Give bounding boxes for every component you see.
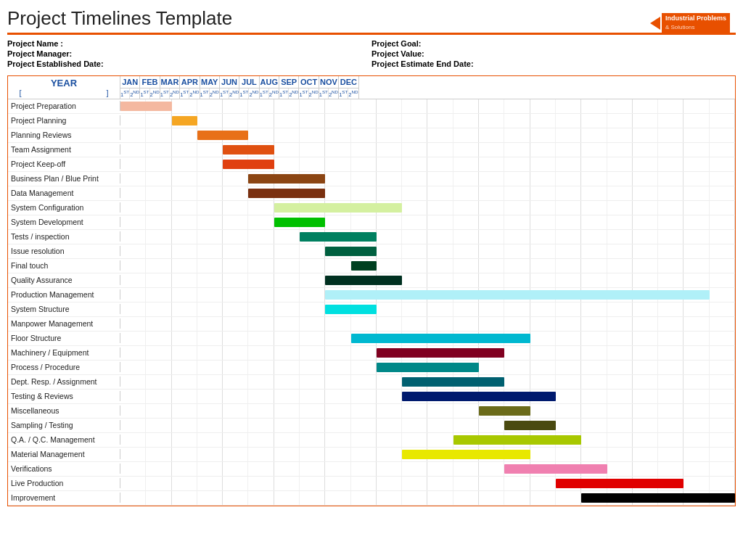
gantt-bar-4 — [223, 160, 274, 169]
month-header-jul: JUL — [239, 76, 259, 88]
table-row: Issue resolution — [8, 244, 735, 259]
year-bracket-left: [ — [19, 88, 21, 97]
month-header-row: JANFEBMARAPRMAYJUNJULAUGSEPOCTNOVDEC — [120, 76, 359, 88]
task-track-15 — [120, 317, 735, 331]
task-track-6 — [120, 186, 735, 200]
grid-lines — [120, 99, 735, 113]
gantt-bar-8 — [274, 218, 326, 227]
half-header-9-0: 1ST — [299, 88, 308, 99]
task-label-17: Machinery / Equipment — [8, 347, 120, 358]
table-row: Dept. Resp. / Assignment — [8, 375, 735, 390]
gantt-bar-17 — [377, 348, 504, 358]
half-header-8-0: 1ST — [279, 88, 289, 99]
table-row: Process / Procedure — [8, 361, 735, 375]
task-track-24 — [120, 448, 735, 461]
half-header-8-1: 2ND — [289, 88, 299, 99]
month-header-jan: JAN — [120, 76, 140, 88]
project-goal-label: Project Goal: — [372, 39, 421, 48]
halves-header-row: 1ST2ND1ST2ND1ST2ND1ST2ND1ST2ND1ST2ND1ST2… — [120, 88, 359, 99]
project-end-date-item: Project Estimate End Date: — [372, 59, 736, 68]
task-track-11 — [120, 259, 735, 273]
task-label-1: Project Planning — [8, 115, 120, 125]
gantt-bar-20 — [402, 392, 556, 401]
half-header-2-1: 2ND — [170, 88, 180, 99]
gantt-bar-10 — [325, 247, 377, 256]
task-track-23 — [120, 433, 735, 447]
table-row: Final touch — [8, 259, 735, 273]
project-manager-item: Project Manager: — [7, 49, 372, 58]
month-header-apr: APR — [180, 76, 200, 88]
grid-lines — [120, 230, 735, 244]
task-label-5: Business Plan / Blue Print — [8, 173, 120, 184]
gantt-full-header: YEAR[]JANFEBMARAPRMAYJUNJULAUGSEPOCTNOVD… — [8, 76, 735, 99]
table-row: Machinery / Equipment — [8, 346, 735, 361]
task-track-19 — [120, 375, 735, 389]
month-header-oct: OCT — [299, 76, 319, 88]
gantt-bar-2 — [197, 131, 249, 140]
page-title: Project Timelines Template — [7, 7, 736, 30]
gantt-bar-5 — [248, 174, 325, 184]
grid-lines — [120, 317, 735, 331]
task-track-2 — [120, 128, 735, 142]
month-header-jun: JUN — [220, 76, 239, 88]
gantt-bar-7 — [274, 203, 402, 213]
half-header-4-1: 2ND — [210, 88, 220, 99]
month-header-dec: DEC — [339, 76, 358, 88]
gantt-bar-21 — [479, 406, 530, 416]
half-header-10-1: 2ND — [329, 88, 339, 99]
grid-lines — [120, 404, 735, 418]
task-label-16: Floor Structure — [8, 333, 120, 343]
half-header-2-0: 1ST — [160, 88, 170, 99]
table-row: Miscellaneous — [8, 404, 735, 419]
task-label-19: Dept. Resp. / Assignment — [8, 376, 120, 387]
table-row: Sampling / Testing — [8, 419, 735, 433]
half-header-7-0: 1ST — [260, 88, 269, 99]
grid-lines — [120, 157, 735, 171]
project-value-item: Project Value: — [372, 49, 736, 58]
table-row: Manpower Management — [8, 317, 735, 332]
table-row: Planning Reviews — [8, 128, 735, 143]
task-label-22: Sampling / Testing — [8, 420, 120, 430]
project-goal-item: Project Goal: — [372, 39, 736, 48]
grid-lines — [120, 244, 735, 258]
half-header-10-0: 1ST — [319, 88, 329, 99]
table-row: Project Keep-off — [8, 157, 735, 172]
task-label-2: Planning Reviews — [8, 130, 120, 140]
task-track-3 — [120, 143, 735, 157]
gantt-bar-18 — [377, 363, 479, 372]
task-label-12: Quality Assurance — [8, 275, 120, 285]
gantt-bar-27 — [581, 493, 735, 503]
task-label-0: Project Preparation — [8, 101, 120, 111]
table-row: System Configuration — [8, 201, 735, 215]
task-track-14 — [120, 302, 735, 316]
month-header-may: MAY — [200, 76, 220, 88]
task-track-22 — [120, 419, 735, 432]
task-label-13: Production Management — [8, 289, 120, 300]
half-header-6-1: 2ND — [249, 88, 259, 99]
task-label-24: Material Management — [8, 449, 120, 459]
task-track-9 — [120, 230, 735, 244]
month-header-feb: FEB — [140, 76, 160, 88]
project-info-left: Project Name : Project Manager: Project … — [7, 39, 372, 68]
gantt-bar-3 — [223, 145, 274, 155]
year-label-cell: YEAR[] — [8, 76, 120, 99]
gantt-bar-24 — [402, 450, 530, 459]
task-track-12 — [120, 273, 735, 287]
grid-lines — [120, 172, 735, 186]
task-label-27: Improvement — [8, 493, 120, 503]
grid-lines — [120, 215, 735, 229]
table-row: Q.A. / Q.C. Management — [8, 433, 735, 448]
task-label-18: Process / Procedure — [8, 362, 120, 372]
gantt-bar-19 — [402, 377, 504, 387]
task-label-20: Testing & Reviews — [8, 391, 120, 401]
grid-lines — [120, 259, 735, 273]
logo-arrow-icon — [650, 17, 660, 30]
task-label-26: Live Production — [8, 478, 120, 488]
project-established-label: Project Established Date: — [7, 59, 104, 68]
task-track-26 — [120, 477, 735, 490]
gantt-bar-11 — [351, 261, 377, 271]
half-header-7-1: 2ND — [269, 88, 279, 99]
task-track-5 — [120, 172, 735, 186]
table-row: Team Assignment — [8, 143, 735, 157]
half-header-1-1: 2ND — [150, 88, 160, 99]
